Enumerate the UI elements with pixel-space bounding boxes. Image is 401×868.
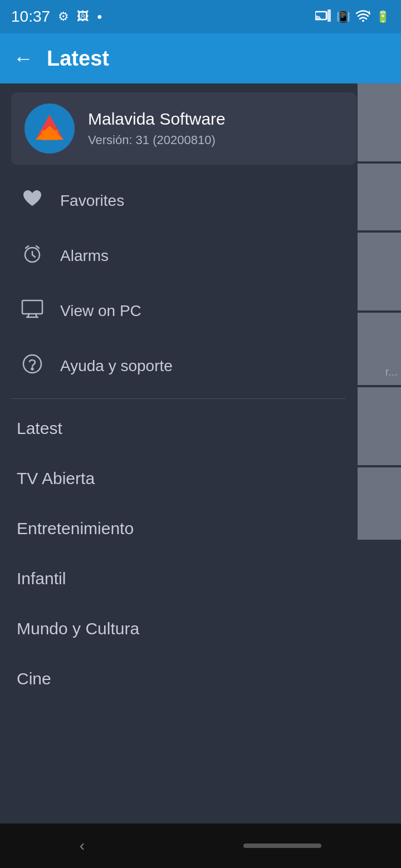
- svg-line-12: [32, 255, 35, 257]
- right-item-6: [358, 467, 401, 540]
- dot-icon: ●: [97, 12, 102, 22]
- category-mundo-cultura-label: Mundo y Cultura: [17, 619, 139, 638]
- right-item-2: [358, 164, 401, 230]
- app-bar-title: Latest: [47, 47, 109, 71]
- right-item-1: [358, 83, 401, 161]
- right-panel: r...: [358, 83, 401, 542]
- right-item-5: [358, 387, 401, 465]
- app-logo: [25, 103, 75, 154]
- svg-rect-15: [22, 300, 42, 314]
- svg-point-4: [362, 19, 364, 22]
- status-right: 📳 🔋: [315, 9, 390, 24]
- menu-item-view-on-pc[interactable]: View on PC: [0, 284, 356, 338]
- category-cine[interactable]: Cine: [0, 654, 356, 704]
- category-latest[interactable]: Latest: [0, 403, 356, 453]
- favorites-label: Favorites: [60, 192, 124, 210]
- svg-line-14: [36, 246, 39, 248]
- status-time: 10:37: [11, 8, 50, 26]
- category-infantil[interactable]: Infantil: [0, 554, 356, 604]
- heart-icon: [20, 189, 45, 213]
- battery-icon: 🔋: [376, 10, 390, 23]
- app-header-card: Malavida Software Versión: 31 (20200810): [11, 92, 356, 165]
- vibrate-icon: 📳: [336, 10, 350, 23]
- category-infantil-label: Infantil: [17, 569, 66, 588]
- category-tv-abierta[interactable]: TV Abierta: [0, 453, 356, 504]
- menu-item-favorites[interactable]: Favorites: [0, 174, 356, 228]
- view-on-pc-label: View on PC: [60, 302, 141, 320]
- back-button[interactable]: ←: [13, 47, 33, 70]
- wifi-icon: [356, 9, 370, 24]
- right-item-4: r...: [358, 313, 401, 385]
- svg-marker-5: [368, 11, 370, 15]
- bottom-nav: ‹: [0, 823, 401, 868]
- category-cine-label: Cine: [17, 669, 51, 688]
- status-bar: 10:37 ⚙ 🖼 ● 📳 🔋: [0, 0, 401, 33]
- svg-rect-2: [327, 9, 331, 22]
- category-entretenimiento-label: Entretenimiento: [17, 519, 134, 537]
- cast-icon: [315, 9, 331, 24]
- svg-point-20: [32, 368, 33, 370]
- menu-item-alarms[interactable]: Alarms: [0, 228, 356, 284]
- category-latest-label: Latest: [17, 419, 62, 437]
- back-nav-button[interactable]: ‹: [80, 837, 85, 855]
- help-icon: [20, 354, 45, 378]
- category-tv-abierta-label: TV Abierta: [17, 469, 95, 487]
- app-version: Versión: 31 (20200810): [88, 133, 226, 147]
- status-left: 10:37 ⚙ 🖼 ●: [11, 8, 102, 26]
- drawer: Malavida Software Versión: 31 (20200810)…: [0, 92, 401, 704]
- app-info: Malavida Software Versión: 31 (20200810): [88, 110, 226, 147]
- menu-divider: [11, 398, 345, 399]
- svg-rect-9: [41, 130, 58, 140]
- category-mundo-cultura[interactable]: Mundo y Cultura: [0, 604, 356, 654]
- menu-item-ayuda[interactable]: Ayuda y soporte: [0, 338, 356, 394]
- alarms-label: Alarms: [60, 247, 109, 265]
- gear-icon: ⚙: [58, 9, 69, 24]
- home-pill[interactable]: [243, 844, 321, 848]
- alarm-icon: [20, 244, 45, 268]
- category-entretenimiento[interactable]: Entretenimiento: [0, 504, 356, 554]
- image-icon: 🖼: [77, 9, 89, 24]
- svg-rect-3: [326, 12, 327, 19]
- right-item-3: [358, 233, 401, 310]
- app-name: Malavida Software: [88, 110, 226, 129]
- monitor-icon: [20, 299, 45, 323]
- ayuda-label: Ayuda y soporte: [60, 357, 173, 375]
- app-bar: ← Latest: [0, 33, 401, 83]
- svg-line-13: [26, 246, 28, 248]
